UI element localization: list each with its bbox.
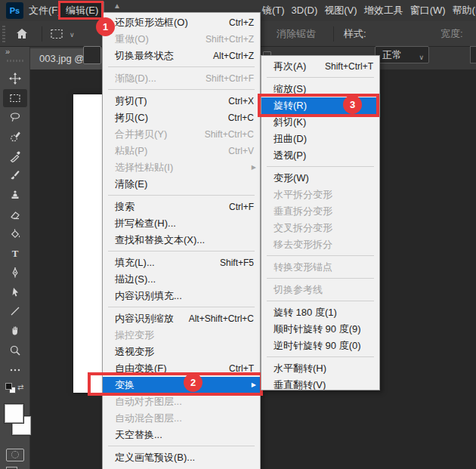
menu-view[interactable]: 视图(V) bbox=[324, 0, 357, 21]
menu-item-label: 旋转 180 度(1) bbox=[274, 304, 337, 321]
menu-item-cut[interactable]: 剪切(T)Ctrl+X bbox=[103, 93, 260, 110]
menu-item-sky-replacement[interactable]: 天空替换... bbox=[103, 427, 260, 443]
menu-item-rotate-90-ccw[interactable]: 逆时针旋转 90 度(0) bbox=[261, 338, 379, 354]
menu-help[interactable]: 帮助(H) bbox=[453, 0, 476, 21]
menu-item-shortcut: Ctrl+C bbox=[222, 110, 254, 126]
menu-item-label: 逆时针旋转 90 度(0) bbox=[274, 338, 361, 354]
foreground-color-swatch[interactable] bbox=[5, 404, 23, 423]
menu-separator bbox=[267, 356, 374, 357]
menu-item-perspective[interactable]: 透视(P) bbox=[261, 147, 379, 164]
menu-item-toggle-guides: 切换参考线 bbox=[261, 282, 379, 298]
zoom-icon bbox=[9, 344, 21, 356]
menu-item-label: 切换参考线 bbox=[274, 282, 323, 298]
menu-item-label: 移去变形拆分 bbox=[274, 236, 332, 253]
menu-item-copy-merged: 合并拷贝(Y)Shift+Ctrl+C bbox=[103, 126, 260, 143]
toolbar-tool-rect-marquee[interactable] bbox=[3, 89, 27, 107]
menu-item-label: 垂直翻转(V) bbox=[274, 377, 326, 390]
menu-item-find-replace-text[interactable]: 查找和替换文本(X)... bbox=[103, 232, 260, 248]
menu-item-flip-vertical[interactable]: 垂直翻转(V) bbox=[261, 377, 379, 390]
menu-3d[interactable]: 3D(D) bbox=[292, 0, 318, 21]
toolbar-tool-move[interactable] bbox=[3, 69, 27, 88]
menu-item-again[interactable]: 再次(A)Shift+Ctrl+T bbox=[261, 58, 379, 75]
style-label: 样式: bbox=[344, 21, 366, 47]
toolbar-tool-path-select[interactable] bbox=[3, 283, 27, 301]
options-bar-grip[interactable] bbox=[2, 26, 5, 42]
menu-item-label: 变形(W) bbox=[274, 170, 309, 187]
menu-item-toggle-last-state[interactable]: 切换最终状态Alt+Ctrl+Z bbox=[103, 48, 260, 64]
menu-item-clear[interactable]: 清除(E) bbox=[103, 176, 260, 193]
menu-item-split-warp-vertical: 垂直拆分变形 bbox=[261, 203, 379, 220]
menu-item-shortcut: Shift+Ctrl+C bbox=[199, 126, 254, 143]
toolbar-tool-eyedropper[interactable] bbox=[3, 147, 27, 165]
menu-item-label: 粘贴(P) bbox=[115, 143, 147, 159]
menu-plugins[interactable]: 增效工具 bbox=[364, 0, 403, 21]
menu-item-split-warp-cross: 交叉拆分变形 bbox=[261, 220, 379, 236]
menu-item-label: 内容识别缩放 bbox=[115, 310, 174, 327]
menu-scroll-up-icon[interactable]: ▲ bbox=[113, 2, 121, 10]
toolbar-tool-eraser[interactable] bbox=[3, 205, 27, 224]
toolbar-grip[interactable] bbox=[7, 60, 23, 62]
menu-item-warp[interactable]: 变形(W) bbox=[261, 170, 379, 187]
toolbar-tool-clone-stamp[interactable] bbox=[3, 186, 27, 204]
menu-item-label: 透视(P) bbox=[274, 147, 306, 164]
default-colors-icon[interactable]: ⇄ bbox=[5, 382, 26, 396]
menu-item-rotate-90-cw[interactable]: 顺时针旋转 90 度(9) bbox=[261, 321, 379, 338]
selection-mode-button[interactable] bbox=[83, 46, 101, 64]
menu-item-perspective-warp[interactable]: 透视变形 bbox=[103, 344, 260, 360]
menu-item-content-aware-scale[interactable]: 内容识别缩放Alt+Shift+Ctrl+C bbox=[103, 310, 260, 327]
marquee-preset-icon[interactable] bbox=[50, 28, 63, 43]
menu-item-fill[interactable]: 填充(L)...Shift+F5 bbox=[103, 255, 260, 271]
toolbar-tool-type[interactable]: T bbox=[3, 244, 27, 262]
menu-item-label: 交叉拆分变形 bbox=[274, 220, 332, 236]
swap-colors-icon[interactable]: ⇄ bbox=[17, 383, 23, 391]
menu-item-label: 转换变形锚点 bbox=[274, 259, 332, 276]
menu-item-define-pattern[interactable]: 定义图案... bbox=[103, 466, 260, 469]
menu-item-label: 水平翻转(H) bbox=[274, 360, 326, 377]
toolbar-tool-more[interactable] bbox=[3, 361, 27, 379]
menu-item-distort[interactable]: 扭曲(D) bbox=[261, 131, 379, 147]
menu-item-label: 自动混合图层... bbox=[115, 410, 182, 427]
menu-item-check-spelling[interactable]: 拼写检查(H)... bbox=[103, 215, 260, 232]
width-label: 宽度: bbox=[440, 21, 463, 47]
toolbar-tool-hand[interactable] bbox=[3, 322, 27, 340]
quick-mask-button[interactable] bbox=[6, 449, 24, 461]
menu-item-copy[interactable]: 拷贝(C)Ctrl+C bbox=[103, 110, 260, 126]
annotation-box-transform bbox=[88, 372, 263, 396]
chevron-down-icon[interactable]: ∨ bbox=[70, 31, 75, 39]
menu-item-label: 剪切(T) bbox=[115, 93, 147, 110]
menu-item-puppet-warp: 操控变形 bbox=[103, 327, 260, 344]
toolbar-tool-zoom[interactable] bbox=[3, 341, 27, 359]
menu-item-undo[interactable]: 还原矩形选框(O)Ctrl+Z bbox=[103, 14, 260, 31]
style-dropdown[interactable]: 正常 ∨ bbox=[375, 46, 429, 63]
menu-item-rotate-180[interactable]: 旋转 180 度(1) bbox=[261, 304, 379, 321]
menu-item-label: 搜索 bbox=[115, 199, 134, 215]
line-icon bbox=[9, 305, 21, 317]
toolbar-tool-paint-bucket[interactable] bbox=[3, 225, 27, 243]
menu-item-stroke[interactable]: 描边(S)... bbox=[103, 271, 260, 288]
toolbar-tool-brush[interactable] bbox=[3, 167, 27, 185]
menu-window[interactable]: 窗口(W) bbox=[410, 0, 446, 21]
menu-item-content-aware-fill[interactable]: 内容识别填充... bbox=[103, 288, 260, 304]
menu-item-shortcut: Alt+Shift+Ctrl+C bbox=[183, 310, 254, 327]
menu-item-shortcut: Shift+Ctrl+T bbox=[319, 58, 373, 75]
toolbar-tool-pen[interactable] bbox=[3, 264, 27, 282]
menu-item-label: 定义图案... bbox=[115, 466, 162, 469]
menu-item-search[interactable]: 搜索Ctrl+F bbox=[103, 199, 260, 215]
menu-item-shortcut: Shift+Ctrl+F bbox=[199, 70, 254, 87]
menu-separator bbox=[108, 66, 255, 67]
home-icon[interactable] bbox=[15, 26, 32, 42]
menu-item-shortcut: Alt+Ctrl+Z bbox=[207, 48, 254, 64]
menu-item-flip-horizontal[interactable]: 水平翻转(H) bbox=[261, 360, 379, 377]
menu-item-define-brush-preset[interactable]: 定义画笔预设(B)... bbox=[103, 449, 260, 466]
edit-menu: 还原矩形选框(O)Ctrl+Z重做(O)Shift+Ctrl+Z切换最终状态Al… bbox=[102, 12, 261, 469]
toolbar-tool-line[interactable] bbox=[3, 302, 27, 320]
annotation-step-badge: 2 bbox=[184, 373, 202, 392]
toolbar-tool-lasso[interactable] bbox=[3, 108, 27, 126]
toolbar-collapse-icon[interactable]: » bbox=[5, 47, 11, 56]
pen-icon bbox=[9, 267, 21, 279]
photoshop-logo[interactable]: Ps bbox=[6, 2, 23, 19]
width-input[interactable] bbox=[470, 46, 476, 63]
menu-filter-partial[interactable]: 镜(T) bbox=[262, 0, 285, 21]
menu-separator bbox=[267, 255, 374, 256]
toolbar-tool-quick-selection[interactable] bbox=[3, 128, 27, 146]
